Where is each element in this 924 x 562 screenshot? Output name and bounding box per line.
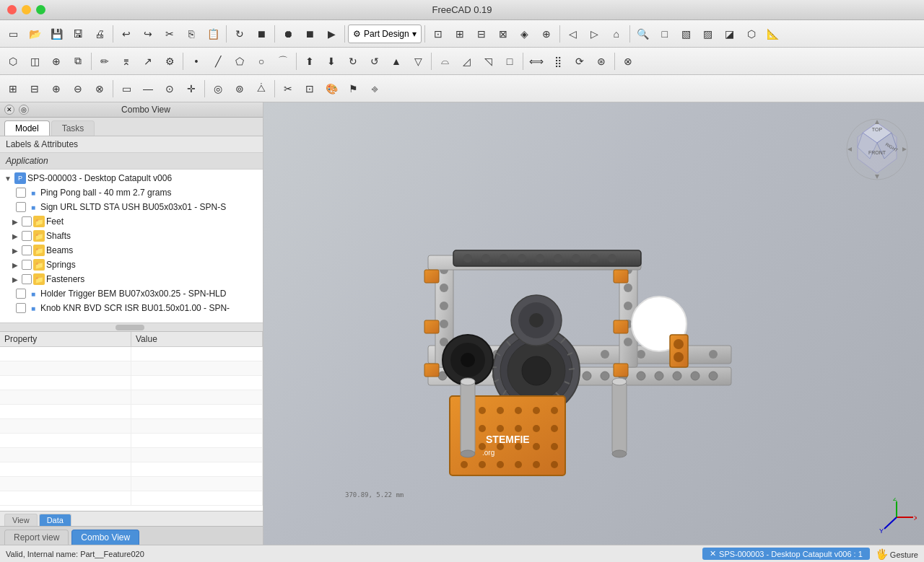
- polygon-button[interactable]: ⬠: [230, 51, 250, 71]
- view-nav3-button[interactable]: ⊕: [536, 24, 557, 44]
- view-front-button[interactable]: □: [655, 24, 675, 44]
- undo-button[interactable]: ↩: [116, 24, 136, 44]
- nav-cube[interactable]: TOP FRONT RIGHT: [845, 117, 910, 182]
- clone-button[interactable]: ⧉: [68, 51, 88, 71]
- nav-home-button[interactable]: ⌂: [606, 24, 627, 44]
- tab-data[interactable]: Data: [39, 514, 71, 526]
- save-button[interactable]: 💾: [46, 24, 66, 44]
- draft-button[interactable]: ◹: [478, 51, 498, 71]
- datum-point-button[interactable]: ⊙: [160, 79, 180, 99]
- chamfer-button[interactable]: ◿: [456, 51, 476, 71]
- part-tab-close-icon[interactable]: ✕: [710, 549, 716, 558]
- point-button[interactable]: •: [186, 51, 206, 71]
- attach-button[interactable]: ⊕: [46, 51, 66, 71]
- item-check-pingpong[interactable]: [16, 188, 26, 198]
- tab-view[interactable]: View: [4, 514, 38, 526]
- polar-pattern-button[interactable]: ⟳: [570, 51, 590, 71]
- stop-button[interactable]: ⏹: [251, 24, 271, 44]
- part-color-button[interactable]: 🎨: [321, 79, 341, 99]
- macro-record-button[interactable]: ⏺: [278, 24, 298, 44]
- view-box-button[interactable]: ⊞: [450, 24, 470, 44]
- redo-button[interactable]: ↪: [138, 24, 158, 44]
- item-check-knob[interactable]: [16, 303, 26, 313]
- new-part-button[interactable]: ⬡: [3, 51, 23, 71]
- 3d-viewport[interactable]: TOP FRONT RIGHT: [263, 102, 924, 545]
- tree-item-holder[interactable]: ■ Holder Trigger BEM BU07x03x00.25 - SPN…: [0, 286, 263, 301]
- close-button[interactable]: [7, 5, 17, 14]
- mirror-button[interactable]: ⟺: [526, 51, 546, 71]
- tree-item-pingpong[interactable]: ■ Ping Pong ball - 40 mm 2.7 grams: [0, 185, 263, 200]
- tab-model[interactable]: Model: [4, 120, 50, 136]
- tree-item-springs[interactable]: ▶ 📁 Springs: [0, 258, 263, 272]
- sketch-edit-button[interactable]: ⌆: [116, 51, 136, 71]
- tree-root-item[interactable]: ▼ P SPS-000003 - Desktop Catapult v006: [0, 171, 263, 185]
- multitransform-button[interactable]: ⊛: [591, 51, 611, 71]
- view-iso-button[interactable]: ◪: [720, 24, 740, 44]
- macro-run-button[interactable]: ▶: [321, 24, 341, 44]
- map-sketch-button[interactable]: ↗: [138, 51, 158, 71]
- new-body-button[interactable]: ◫: [25, 51, 45, 71]
- workbench-dropdown[interactable]: ⚙ Part Design ▾: [348, 25, 422, 43]
- view-fit-all-button[interactable]: ⊡: [428, 24, 448, 44]
- minimize-button[interactable]: [22, 5, 31, 14]
- view-right-button[interactable]: ▧: [676, 24, 697, 44]
- combo-close-button[interactable]: ✕: [4, 105, 14, 115]
- view-top-button[interactable]: ▨: [698, 24, 718, 44]
- clone2-button[interactable]: ⧊: [251, 79, 271, 99]
- paste-button[interactable]: 📋: [203, 24, 223, 44]
- groove-button[interactable]: ↺: [365, 51, 385, 71]
- tree-item-sign[interactable]: ■ Sign URL SLTD STA USH BU05x03x01 - SPN…: [0, 200, 263, 214]
- pad-button[interactable]: ⬆: [300, 51, 320, 71]
- nav-fwd-button[interactable]: ▷: [585, 24, 605, 44]
- local-cs-button[interactable]: ✛: [181, 79, 201, 99]
- thickness-button[interactable]: □: [500, 51, 520, 71]
- view-select-button[interactable]: ⊟: [471, 24, 492, 44]
- sketch-button[interactable]: ✏: [95, 51, 115, 71]
- save-as-button[interactable]: 🖫: [68, 24, 88, 44]
- item-check-springs[interactable]: [22, 260, 32, 270]
- tab-report-view[interactable]: Report view: [4, 530, 69, 545]
- tree-item-knob[interactable]: ■ Knob KNR BVD SCR ISR BU01.50x01.00 - S…: [0, 301, 263, 315]
- tab-combo-view[interactable]: Combo View: [71, 530, 139, 545]
- item-check-beams[interactable]: [22, 245, 32, 255]
- tree-scrollbar[interactable]: [0, 322, 263, 331]
- maximize-button[interactable]: [36, 5, 45, 14]
- model-tree[interactable]: ▼ P SPS-000003 - Desktop Catapult v006 ■…: [0, 170, 263, 322]
- fillet2-button[interactable]: ⌓: [435, 51, 455, 71]
- zoom-fit-button[interactable]: 🔍: [633, 24, 653, 44]
- view-nav2-button[interactable]: ◈: [515, 24, 535, 44]
- part-new-button[interactable]: ⊞: [3, 79, 23, 99]
- part-move-button[interactable]: ⊟: [25, 79, 45, 99]
- datum-line-button[interactable]: —: [138, 79, 158, 99]
- linear-pattern-button[interactable]: ⣿: [548, 51, 568, 71]
- line-button[interactable]: ╱: [208, 51, 228, 71]
- part-sect-button[interactable]: ⊗: [90, 79, 110, 99]
- tree-item-fasteners[interactable]: ▶ 📁 Fasteners: [0, 272, 263, 286]
- boolean-button[interactable]: ⊗: [618, 51, 638, 71]
- cut-button[interactable]: ✂: [160, 24, 180, 44]
- additive-loft-button[interactable]: ▲: [386, 51, 406, 71]
- refresh-button[interactable]: ↻: [230, 24, 250, 44]
- view-section-button[interactable]: ⬡: [741, 24, 762, 44]
- toggle-3d-button[interactable]: ⊡: [300, 79, 320, 99]
- tree-item-feet[interactable]: ▶ 📁 Feet: [0, 214, 263, 229]
- part-split-button[interactable]: ⊖: [68, 79, 88, 99]
- fillet-button[interactable]: ⌒: [273, 51, 293, 71]
- tab-tasks[interactable]: Tasks: [51, 120, 95, 136]
- subtractive-loft-button[interactable]: ▽: [408, 51, 428, 71]
- sub-shape-binder-button[interactable]: ⊚: [230, 79, 250, 99]
- view-nav1-button[interactable]: ⊠: [493, 24, 513, 44]
- open-button[interactable]: 📂: [25, 24, 45, 44]
- measure-button[interactable]: 📐: [763, 24, 783, 44]
- copy-button[interactable]: ⎘: [181, 24, 201, 44]
- shape-binder-button[interactable]: ◎: [208, 79, 228, 99]
- new-button[interactable]: ▭: [3, 24, 23, 44]
- macro-stop-button[interactable]: ⏹: [300, 24, 320, 44]
- item-check-sign[interactable]: [16, 202, 26, 212]
- circle-button[interactable]: ○: [251, 51, 271, 71]
- item-check-holder[interactable]: [16, 289, 26, 299]
- sketch-settings-button[interactable]: ⚙: [160, 51, 180, 71]
- tree-item-beams[interactable]: ▶ 📁 Beams: [0, 243, 263, 258]
- item-check-fasteners[interactable]: [22, 274, 32, 284]
- item-check-feet[interactable]: [22, 216, 32, 227]
